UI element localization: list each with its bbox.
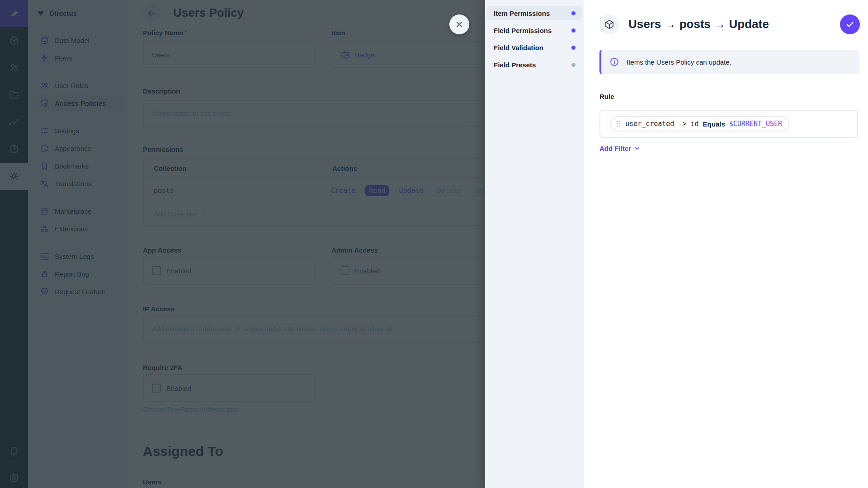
status-dot xyxy=(571,63,576,67)
directus-app: Directus Data Model Flows User Roles xyxy=(0,0,868,488)
drawer-save-button[interactable] xyxy=(840,14,860,34)
filter-field[interactable]: user_created -> id xyxy=(625,120,699,128)
permission-drawer-nav: Item Permissions Field Permissions Field… xyxy=(485,0,584,488)
filter-value[interactable]: $CURRENT_USER xyxy=(729,120,782,128)
status-dot xyxy=(571,46,576,50)
rule-label: Rule xyxy=(599,93,614,100)
filter-operator[interactable]: Equals xyxy=(703,120,725,128)
tab-item-permissions[interactable]: Item Permissions xyxy=(487,6,582,20)
status-dot xyxy=(571,28,576,33)
drawer-avatar xyxy=(599,14,619,34)
close-icon xyxy=(455,20,464,29)
tab-field-validation[interactable]: Field Validation xyxy=(487,40,582,55)
drawer-overlay[interactable] xyxy=(0,0,485,488)
permission-drawer: Users → posts → Update Items the Users P… xyxy=(584,0,868,488)
drawer-close-button[interactable] xyxy=(449,14,469,34)
info-icon xyxy=(609,57,619,67)
notice-text: Items the Users Policy can update. xyxy=(627,58,731,66)
drag-handle-icon[interactable] xyxy=(616,120,621,127)
box-icon xyxy=(604,19,615,30)
tab-field-presets[interactable]: Field Presets xyxy=(487,57,582,72)
add-filter-button[interactable]: Add Filter xyxy=(599,145,641,152)
drawer-title: Users → posts → Update xyxy=(628,17,769,31)
filter-rule-pill[interactable]: user_created -> id Equals $CURRENT_USER xyxy=(610,116,789,131)
chevron-down-icon xyxy=(634,145,641,152)
check-icon xyxy=(845,19,855,29)
status-dot xyxy=(571,11,576,15)
info-notice: Items the Users Policy can update. xyxy=(599,50,859,74)
rule-filter-group: user_created -> id Equals $CURRENT_USER xyxy=(599,110,858,138)
tab-field-permissions[interactable]: Field Permissions xyxy=(487,23,582,38)
